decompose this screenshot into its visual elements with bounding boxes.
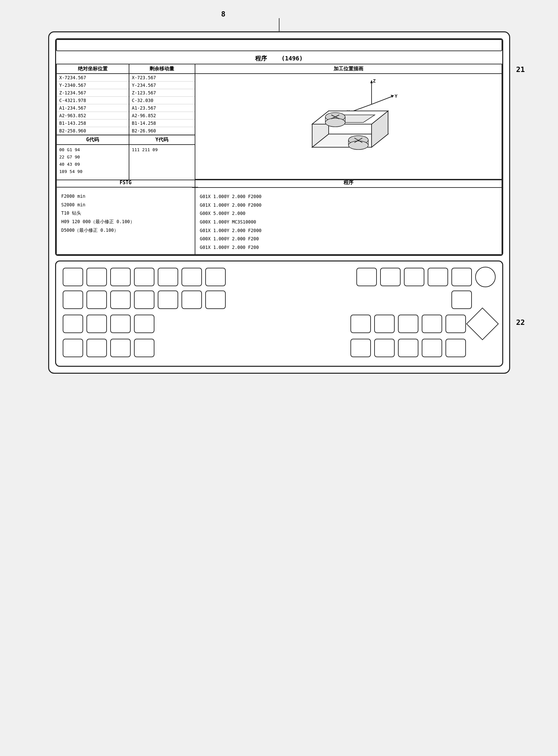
rem-move-header: 剩余移动量 [129, 64, 195, 74]
key-r4-3[interactable] [110, 339, 131, 357]
svg-text:Y: Y [395, 93, 398, 99]
svg-point-22 [349, 141, 368, 150]
abs-coords: X-7234.567Y-2340.567Z-1234.567C-4321.978… [57, 74, 129, 135]
key-r2-4[interactable] [134, 291, 154, 309]
key-r1-1[interactable] [63, 268, 83, 286]
key-r3-9[interactable] [446, 315, 466, 333]
fstg-line: F2000 min [61, 192, 190, 201]
keyboard-row-4 [63, 339, 496, 357]
key-diamond[interactable] [466, 308, 499, 340]
rem-coord-item: A1-23.567 [129, 104, 195, 112]
rem-coord-item: Z-123.567 [129, 89, 195, 97]
key-r2-6[interactable] [181, 291, 202, 309]
key-r4-7[interactable] [398, 339, 418, 357]
gcode-content: 00 G1 9422 G7 9040 43 09189 54 90 [57, 145, 129, 177]
rem-coord-item: C-32.030 [129, 97, 195, 104]
key-r1-10[interactable] [404, 268, 424, 286]
fstg-line: S2000 min [61, 201, 190, 209]
key-r4-8[interactable] [422, 339, 442, 357]
abs-coord-item: A2-963.852 [57, 112, 129, 120]
abs-coord-item: X-7234.567 [57, 74, 129, 81]
abs-coord-item: C-4321.978 [57, 97, 129, 104]
abs-coord-item: A1-234.567 [57, 104, 129, 112]
key-r3-5[interactable] [351, 315, 371, 333]
key-r3-8[interactable] [422, 315, 442, 333]
keyboard-row-2 [63, 291, 496, 309]
key-r4-5[interactable] [351, 339, 371, 357]
program-line: G01X 1.000Y 2.000 F2000 [200, 193, 497, 201]
key-r3-2[interactable] [86, 315, 107, 333]
key-r1-12[interactable] [451, 268, 472, 286]
gcode-line: 00 G1 94 [59, 146, 126, 153]
diagram-label: 8 [10, 10, 225, 18]
drawing-section: Z Y X [195, 74, 502, 179]
key-r1-7[interactable] [205, 268, 226, 286]
key-r1-9[interactable] [380, 268, 401, 286]
key-r3-6[interactable] [374, 315, 395, 333]
ycode-header: Y代码 [129, 136, 195, 145]
abs-pos-header: 绝对坐标位置 [57, 64, 129, 74]
key-r1-6[interactable] [181, 268, 202, 286]
label-22: 22 [516, 318, 525, 326]
drawing-header: 加工位置描画 [195, 64, 502, 74]
key-r1-2[interactable] [86, 268, 107, 286]
rem-coord-item: A2-96.852 [129, 112, 195, 120]
key-r2-8[interactable] [451, 291, 472, 309]
fstg-content: F2000 minS2000 minT10 钻头H09 120 000（最小修正… [57, 190, 195, 237]
3d-drawing: Z Y X [293, 78, 405, 175]
key-r2-5[interactable] [158, 291, 178, 309]
rem-coord-item: Y-234.567 [129, 81, 195, 89]
abs-coord-item: B1-143.258 [57, 120, 129, 127]
key-r2-1[interactable] [63, 291, 83, 309]
program-section-header: 程序 [192, 178, 503, 188]
key-r1-3[interactable] [110, 268, 131, 286]
key-r3-7[interactable] [398, 315, 418, 333]
ycode-content: 111 211 09 [129, 145, 195, 155]
svg-point-16 [325, 118, 345, 127]
key-r4-1[interactable] [63, 339, 83, 357]
program-line: G01X 1.000Y 2.000 F2000 [200, 201, 497, 210]
program-header: 程序 (1496) [56, 53, 502, 64]
key-r4-4[interactable] [134, 339, 154, 357]
key-r3-3[interactable] [110, 315, 131, 333]
svg-marker-1 [370, 80, 373, 83]
abs-coord-item: Y-2340.567 [57, 81, 129, 89]
key-r1-4[interactable] [134, 268, 154, 286]
key-r3-4[interactable] [134, 315, 154, 333]
gcode-header: G代码 [57, 136, 129, 145]
abs-coord-item: B2-258.960 [57, 127, 129, 135]
gcode-line: 189 54 90 [59, 168, 126, 175]
fstg-line: D5000（最小修正 0.100） [61, 226, 190, 235]
key-r4-6[interactable] [374, 339, 395, 357]
keyboard-section [55, 261, 503, 367]
keyboard-row-3 [63, 312, 496, 335]
label-21: 21 [516, 65, 525, 74]
key-r3-1[interactable] [63, 315, 83, 333]
key-r1-11[interactable] [428, 268, 448, 286]
key-r1-8[interactable] [356, 268, 377, 286]
program-line: G00X 5.000Y 2.000 [200, 209, 497, 218]
key-r2-2[interactable] [86, 291, 107, 309]
abs-coord-item: Z-1234.567 [57, 89, 129, 97]
key-r2-7[interactable] [205, 291, 226, 309]
key-r1-5[interactable] [158, 268, 178, 286]
key-r4-9[interactable] [446, 339, 466, 357]
rem-coord-item: B1-14.258 [129, 120, 195, 127]
program-content: G01X 1.000Y 2.000 F2000G01X 1.000Y 2.000… [195, 190, 502, 254]
program-line: G00X 1.000Y MC3S10000 [200, 218, 497, 226]
svg-line-6 [353, 104, 372, 111]
key-r2-3[interactable] [110, 291, 131, 309]
svg-marker-4 [391, 95, 394, 98]
gcode-line: 40 43 09 [59, 161, 126, 168]
rem-coords: X-723.567Y-234.567Z-123.567C-32.030A1-23… [129, 74, 195, 135]
key-circle[interactable] [475, 267, 496, 287]
fstg-line: H09 120 000（最小修正 0.100） [61, 218, 190, 226]
key-r4-2[interactable] [86, 339, 107, 357]
rem-coord-item: X-723.567 [129, 74, 195, 81]
address-bar [56, 39, 502, 51]
svg-text:Z: Z [373, 78, 376, 83]
program-line: G01X 1.000Y 2.000 F2000 [200, 226, 497, 235]
program-line: G00X 1.000Y 2.000 F200 [200, 235, 497, 243]
gcode-line: 22 G7 90 [59, 153, 126, 161]
program-line: G01X 1.000Y 2.000 F200 [200, 243, 497, 252]
